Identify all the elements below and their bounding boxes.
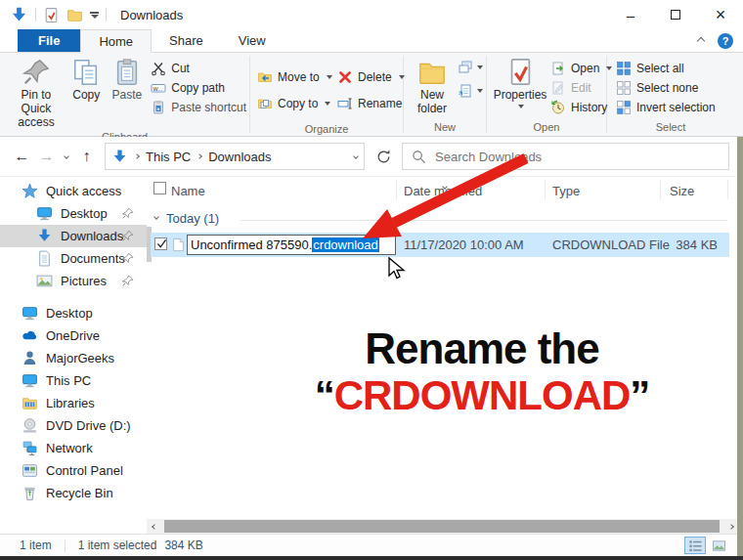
- scrollbar-thumb[interactable]: [164, 520, 720, 533]
- pin-icon: [122, 275, 134, 286]
- column-header-type[interactable]: Type: [552, 184, 580, 198]
- sidebar-item-onedrive[interactable]: OneDrive: [0, 324, 147, 347]
- sidebar-item-downloads[interactable]: Downloads: [0, 225, 147, 247]
- forward-button[interactable]: →: [34, 148, 59, 165]
- column-header-date-modified[interactable]: Date modified: [404, 184, 482, 198]
- copy-to-button[interactable]: Copy to: [254, 90, 330, 116]
- paste-shortcut-button[interactable]: Paste shortcut: [148, 98, 249, 117]
- quick-access-toolbar: Downloads: [0, 6, 183, 24]
- delete-button[interactable]: Delete: [334, 64, 408, 90]
- tab-share[interactable]: Share: [152, 29, 221, 52]
- copy-button[interactable]: Copy: [66, 56, 107, 105]
- close-button[interactable]: ×: [698, 0, 743, 29]
- rename-button[interactable]: Rename: [334, 90, 408, 116]
- column-divider[interactable]: [727, 180, 728, 199]
- details-view-button[interactable]: [684, 537, 706, 554]
- help-icon[interactable]: ?: [718, 33, 733, 49]
- paste-icon: [112, 58, 142, 87]
- sidebar-item-documents[interactable]: Documents: [0, 247, 147, 270]
- column-divider[interactable]: [660, 180, 661, 199]
- select-all-button[interactable]: Select all: [613, 59, 719, 78]
- copy-path-button[interactable]: W... Copy path: [148, 78, 249, 98]
- navigation-pane: Quick access Desktop Downloads Documents…: [0, 180, 147, 504]
- invert-selection-button[interactable]: Invert selection: [613, 98, 719, 117]
- sidebar-item-control-panel[interactable]: Control Panel: [0, 459, 147, 482]
- collapse-ribbon-icon[interactable]: [697, 37, 705, 45]
- rename-input[interactable]: Unconfirmed 875590.crdownload: [187, 235, 396, 255]
- tab-view[interactable]: View: [221, 29, 284, 52]
- dvd-drive-icon: [22, 417, 38, 434]
- address-bar[interactable]: This PC Downloads: [105, 143, 365, 170]
- file-explorer-window: Downloads – × File Home Share View ? Pin…: [0, 0, 743, 560]
- group-header-today[interactable]: Today (1): [147, 211, 735, 229]
- history-button[interactable]: History: [547, 98, 615, 117]
- new-item-button[interactable]: [455, 58, 486, 77]
- breadcrumb-chevron-icon[interactable]: [197, 153, 202, 159]
- column-divider[interactable]: [545, 180, 546, 199]
- breadcrumb-chevron-icon[interactable]: [134, 153, 140, 159]
- horizontal-scrollbar[interactable]: [147, 519, 739, 534]
- file-size: 384 KB: [676, 237, 718, 252]
- qat-customize-icon[interactable]: [90, 12, 99, 19]
- breadcrumb-downloads[interactable]: Downloads: [208, 150, 271, 164]
- sidebar-item-desktop-pinned[interactable]: Desktop: [0, 202, 147, 225]
- pin-to-quick-access-label: Pin to Quick access: [9, 89, 64, 129]
- sidebar-label: Pictures: [61, 274, 107, 288]
- file-row[interactable]: Unconfirmed 875590.crdownload 11/17/2020…: [151, 233, 729, 257]
- select-all-icon: [616, 61, 632, 76]
- column-divider[interactable]: [396, 180, 397, 199]
- copy-path-label: Copy path: [171, 81, 225, 95]
- new-folder-button[interactable]: New folder: [410, 56, 455, 118]
- video-frame-edge: [737, 137, 743, 560]
- address-dropdown-icon[interactable]: [353, 153, 359, 159]
- maximize-button[interactable]: [653, 0, 698, 29]
- select-all-checkbox[interactable]: [153, 182, 166, 194]
- sidebar-item-network[interactable]: Network: [0, 437, 147, 459]
- sidebar-item-recycle-bin[interactable]: Recycle Bin: [0, 482, 147, 504]
- cut-button[interactable]: Cut: [148, 59, 249, 78]
- edit-button[interactable]: Edit: [547, 78, 615, 98]
- ribbon-group-new: New folder New: [404, 53, 486, 136]
- breadcrumb-this-pc[interactable]: This PC: [146, 150, 191, 164]
- sidebar-item-this-pc[interactable]: This PC: [0, 369, 147, 392]
- thumbnails-view-button[interactable]: [708, 537, 729, 554]
- sidebar-item-libraries[interactable]: Libraries: [0, 392, 147, 414]
- desktop-icon: [22, 305, 38, 322]
- properties-button[interactable]: Properties: [493, 56, 547, 110]
- downloads-icon: [36, 228, 53, 244]
- recent-locations-icon[interactable]: [64, 153, 69, 159]
- column-header-name[interactable]: Name: [171, 184, 205, 198]
- tab-file[interactable]: File: [18, 29, 80, 52]
- column-header-size[interactable]: Size: [670, 184, 694, 198]
- sidebar-item-desktop[interactable]: Desktop: [0, 302, 147, 324]
- annotation-line2: “CRDOWNLOAD”: [252, 374, 712, 417]
- filename-prefix: Unconfirmed 875590.: [191, 237, 312, 252]
- sidebar-item-pictures[interactable]: Pictures: [0, 270, 147, 292]
- minimize-button[interactable]: –: [608, 0, 653, 29]
- pin-to-quick-access-button[interactable]: Pin to Quick access: [6, 56, 66, 131]
- sidebar-item-majorgeeks[interactable]: MajorGeeks: [0, 347, 147, 369]
- easy-access-button[interactable]: [455, 81, 486, 101]
- move-to-button[interactable]: Move to: [254, 64, 330, 90]
- search-box[interactable]: Search Downloads: [402, 143, 729, 170]
- collapse-group-icon[interactable]: [153, 214, 159, 220]
- up-button[interactable]: ↑: [74, 148, 99, 165]
- history-icon: [550, 100, 566, 115]
- sidebar-item-quick-access[interactable]: Quick access: [0, 180, 147, 202]
- qat-new-folder-icon[interactable]: [66, 7, 83, 23]
- paste-button[interactable]: Paste: [107, 56, 149, 105]
- qat-properties-icon[interactable]: [43, 7, 60, 23]
- ribbon-group-select: Select all Select none Invert selection …: [607, 53, 734, 136]
- scroll-left-icon[interactable]: [147, 519, 162, 534]
- open-button[interactable]: Open: [547, 59, 615, 78]
- back-button[interactable]: ←: [10, 148, 34, 165]
- select-none-button[interactable]: Select none: [613, 78, 719, 98]
- refresh-button[interactable]: [371, 144, 396, 169]
- open-icon: [550, 61, 566, 76]
- file-checkbox[interactable]: [154, 237, 167, 250]
- select-none-icon: [616, 80, 632, 96]
- select-none-label: Select none: [636, 81, 698, 95]
- tab-home[interactable]: Home: [80, 29, 152, 53]
- move-to-icon: [257, 69, 273, 85]
- sidebar-item-dvd-drive[interactable]: DVD Drive (D:): [0, 414, 147, 437]
